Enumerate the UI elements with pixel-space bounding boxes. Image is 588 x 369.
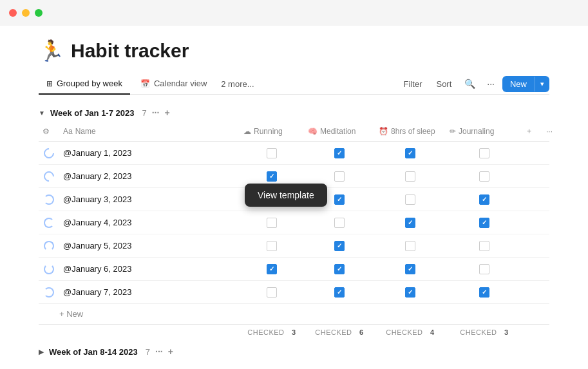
tab-grouped-by-week[interactable]: ⊞ Grouped by week <box>39 73 130 95</box>
checkbox-running-4[interactable] <box>267 241 277 251</box>
row-meditation-check[interactable] <box>304 215 375 231</box>
row-running-check[interactable] <box>240 285 304 300</box>
checkbox-meditation-5[interactable] <box>334 264 345 274</box>
group1-options-icon[interactable]: ··· <box>152 108 160 118</box>
checkbox-meditation-6[interactable] <box>334 287 345 298</box>
row-sleep-check[interactable] <box>375 192 446 207</box>
col-header-name[interactable]: Aa Name <box>59 124 240 138</box>
row-sleep-check[interactable] <box>375 285 446 300</box>
checkbox-journaling-2[interactable] <box>479 194 489 205</box>
checkbox-meditation-4[interactable] <box>334 241 345 251</box>
col-header-meditation[interactable]: 🧠 Meditation <box>304 124 375 138</box>
tabs-left: ⊞ Grouped by week 📅 Calendar view 2 more… <box>39 73 258 94</box>
checkbox-meditation-3[interactable] <box>334 218 345 228</box>
row-sleep-check[interactable] <box>375 146 446 161</box>
maximize-button[interactable] <box>35 9 43 17</box>
checkbox-sleep-5[interactable] <box>405 264 415 274</box>
checkbox-sleep-1[interactable] <box>405 171 415 182</box>
group2-count: 7 <box>146 347 150 357</box>
row-meditation-check[interactable] <box>304 285 375 300</box>
row-running-check[interactable] <box>240 261 304 277</box>
tabs-more[interactable]: 2 more... <box>217 74 258 94</box>
row-running-check[interactable] <box>240 169 304 184</box>
checkbox-journaling-4[interactable] <box>479 241 489 251</box>
checkbox-meditation-2[interactable] <box>334 194 345 205</box>
checkbox-journaling-0[interactable] <box>479 148 489 158</box>
row-journaling-check[interactable] <box>446 285 523 300</box>
checkbox-running-3[interactable] <box>267 218 277 228</box>
checked-running-count: 3 <box>292 328 296 336</box>
col-header-running[interactable]: ☁ Running <box>240 124 304 138</box>
checkbox-meditation-1[interactable] <box>334 171 345 182</box>
checkbox-sleep-6[interactable] <box>405 287 415 298</box>
tab-calendar-view[interactable]: 📅 Calendar view <box>133 73 214 95</box>
col-sleep-label: 8hrs of sleep <box>391 127 435 136</box>
row-date[interactable]: @January 7, 2023 <box>59 282 240 302</box>
col-header-sleep[interactable]: ⏰ 8hrs of sleep <box>375 124 446 138</box>
sort-button[interactable]: Sort <box>431 76 457 92</box>
row-running-check[interactable] <box>240 215 304 231</box>
checkbox-journaling-3[interactable] <box>479 218 489 228</box>
row-journaling-check[interactable] <box>446 261 523 277</box>
checkbox-meditation-0[interactable] <box>334 148 345 158</box>
row-sleep-check[interactable] <box>375 261 446 277</box>
new-button-arrow[interactable]: ▾ <box>535 77 549 91</box>
minimize-button[interactable] <box>22 9 30 17</box>
checkbox-running-1[interactable] <box>267 171 277 182</box>
row-sleep-check[interactable] <box>375 215 446 231</box>
view-template-tooltip[interactable]: View template <box>245 184 327 207</box>
checked-sleep-label: CHECKED <box>386 328 422 336</box>
new-button[interactable]: New ▾ <box>502 76 549 92</box>
col-header-more[interactable]: ··· <box>542 124 562 138</box>
row-status-icon <box>39 194 59 205</box>
row-date[interactable]: @January 4, 2023 <box>59 213 240 232</box>
checkbox-journaling-5[interactable] <box>479 264 489 274</box>
row-meditation-check[interactable] <box>304 238 375 254</box>
row-running-check[interactable] <box>240 146 304 161</box>
row-meditation-check[interactable] <box>304 169 375 184</box>
page-title-row: 🏃 Habit tracker <box>39 39 549 63</box>
add-new-row[interactable]: + New <box>39 304 549 324</box>
row-journaling-check[interactable] <box>446 192 523 207</box>
checkbox-journaling-1[interactable] <box>479 171 489 182</box>
checkbox-running-5[interactable] <box>267 264 277 274</box>
journaling-col-icon: ✏ <box>450 127 456 136</box>
col-header-journaling[interactable]: ✏ Journaling <box>446 124 523 138</box>
row-date[interactable]: @January 5, 2023 <box>59 236 240 256</box>
close-button[interactable] <box>9 9 17 17</box>
checkbox-running-6[interactable] <box>267 287 277 298</box>
checked-meditation-label: CHECKED <box>315 328 352 336</box>
row-date[interactable]: @January 6, 2023 <box>59 259 240 279</box>
row-sleep-check[interactable] <box>375 238 446 254</box>
col-header-add[interactable]: + <box>523 124 542 138</box>
row-journaling-check[interactable] <box>446 146 523 161</box>
row-meditation-check[interactable] <box>304 146 375 161</box>
checkbox-running-0[interactable] <box>267 148 277 158</box>
table-row: @January 6, 2023 <box>39 258 549 281</box>
row-running-check[interactable] <box>240 238 304 254</box>
row-date[interactable]: @January 1, 2023 <box>59 143 240 163</box>
more-options-icon[interactable]: ··· <box>483 75 498 92</box>
checkbox-sleep-4[interactable] <box>405 241 415 251</box>
checkbox-journaling-6[interactable] <box>479 287 489 298</box>
row-journaling-check[interactable] <box>446 238 523 254</box>
checkbox-sleep-0[interactable] <box>405 148 415 158</box>
row-date[interactable]: @January 3, 2023 <box>59 189 240 209</box>
sleep-col-icon: ⏰ <box>379 127 388 136</box>
row-meditation-check[interactable] <box>304 261 375 277</box>
filter-button[interactable]: Filter <box>399 76 428 92</box>
group2-options-icon[interactable]: ··· <box>155 346 163 357</box>
group1-chevron: ▼ <box>39 109 45 117</box>
group2-header[interactable]: ▶ Week of Jan 8-14 2023 7 ··· + <box>39 340 549 359</box>
row-journaling-check[interactable] <box>446 169 523 184</box>
row-journaling-check[interactable] <box>446 215 523 231</box>
checkbox-sleep-2[interactable] <box>405 194 415 205</box>
row-sleep-check[interactable] <box>375 169 446 184</box>
search-icon[interactable]: 🔍 <box>460 75 479 92</box>
row-date[interactable]: @January 2, 2023 <box>59 166 240 186</box>
group2-chevron: ▶ <box>39 348 44 355</box>
group1-add-icon[interactable]: + <box>164 108 169 118</box>
group2-add-icon[interactable]: + <box>168 346 173 357</box>
group1-header[interactable]: ▼ Week of Jan 1-7 2023 7 ··· + <box>39 104 549 122</box>
checkbox-sleep-3[interactable] <box>405 218 415 228</box>
